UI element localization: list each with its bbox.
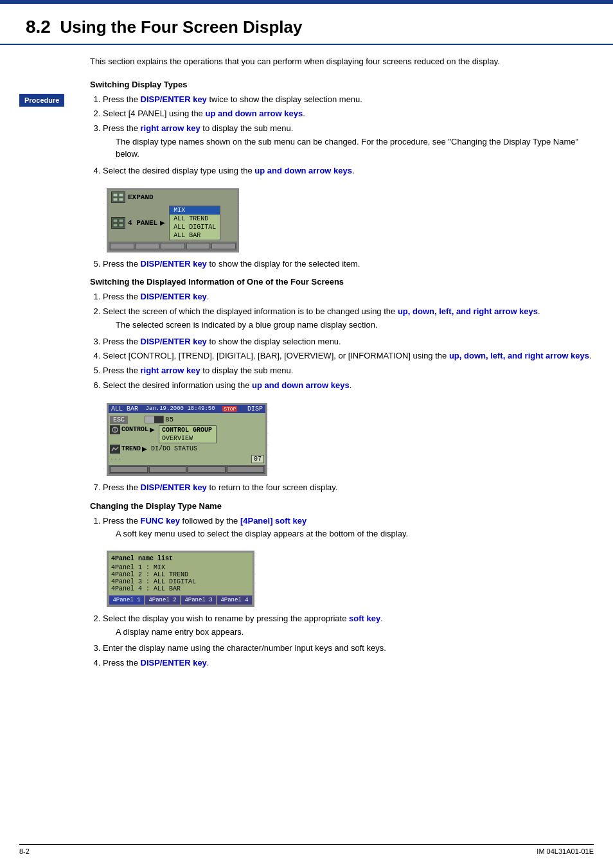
left-sidebar: Procedure [19,55,84,675]
step-1: Press the DISP/ENTER key twice to show t… [103,93,594,107]
key-right-3: right arrow key [141,123,200,133]
screen2-disp: DISP [247,405,263,412]
page-footer: 8-2 IM 04L31A01-01E [19,844,594,855]
key-4panel-c1: [4Panel] soft key [240,516,306,526]
tab-4panel-3[interactable]: 4Panel 3 [181,595,217,605]
menu-all-bar: ALL BAR [170,231,220,240]
svg-rect-3 [119,198,123,201]
key-func-c1: FUNC key [141,516,180,526]
info-step-2: Select the screen of which the displayed… [103,305,594,331]
change-step-2: Select the display you wish to rename by… [103,612,594,638]
svg-rect-2 [113,198,118,201]
screen2-datetime: Jan.19.2000 18:49:50 [146,405,215,412]
screen2-dashes: --- [110,456,121,463]
screen1-frame: ·· ·· ·· [103,188,243,252]
key-disp-enter-i1: DISP/ENTER key [141,292,207,301]
menu-mix: MIX [170,206,220,215]
info-step-1: Press the DISP/ENTER key. [103,290,594,304]
footer-page-num: 8-2 [19,847,30,855]
expand-label: EXPAND [128,193,154,201]
screen2-ctrl-arrow: ▶ [150,426,155,433]
switching-info-steps: Press the DISP/ENTER key. Select the scr… [103,290,594,392]
footer-doc-id: IM 04L31A01-01E [537,847,594,855]
key-disp-enter-c4: DISP/ENTER key [141,658,207,668]
screen3: 4Panel name list 4Panel 1 : MIX 4Panel 2… [107,551,254,607]
header-section: 8.2 Using the Four Screen Display [0,4,613,45]
section-title: Using the Four Screen Display [60,17,302,37]
screen2-trend-sub: DI/DO STATUS [151,445,197,452]
changing-display-title: Changing the Display Type Name [90,501,594,511]
screen3-frame: ·· ·· ·· 4Panel name list 4Panel 1 : MIX… [103,551,258,607]
change-step-4: Press the DISP/ENTER key. [103,657,594,670]
svg-rect-1 [119,193,123,197]
section-number: 8.2 [26,17,51,37]
changing-display-section: Changing the Display Type Name Press the… [90,501,594,670]
svg-rect-5 [119,219,123,222]
change-step-1: Press the FUNC key followed by the [4Pan… [103,515,594,540]
note-3: The display type names shown on the sub … [116,136,594,161]
note-i2: The selected screen is indicated by a bl… [116,319,594,332]
screen2-trend-arrow: ▶ [142,445,147,452]
key-arrows-i6: up and down arrow keys [252,380,350,390]
change-step-3: Enter the display name using the charact… [103,642,594,655]
intro-text: This section explains the operations tha… [90,55,594,68]
menu-all-digital: ALL DIGITAL [170,223,220,231]
switching-info-title: Switching the Displayed Information of O… [90,277,594,287]
step-4: Select the desired display type using th… [103,164,594,178]
screen3-row-3: 4Panel 3 : ALL DIGITAL [111,578,250,585]
screen2-esc: ESC [110,416,128,424]
screen2: ALL BAR Jan.19.2000 18:49:50 STOP DISP E… [107,403,267,476]
screen2-header: ALL BAR [111,405,138,412]
screen2-trend-label: TREND [121,445,141,452]
info-step-4: Select [CONTROL], [TREND], [DIGITAL], [B… [103,350,594,363]
switching-display-steps: Press the DISP/ENTER key twice to show t… [103,93,594,178]
page-container: 8.2 Using the Four Screen Display Proced… [0,0,613,868]
tab-4panel-4[interactable]: 4Panel 4 [217,595,253,605]
key-right-i5: right arrow key [141,366,200,375]
screen2-menu-control-group: CONTROL GROUP [159,426,216,434]
screen2-frame: ·· ·· ·· ALL BAR Jan.19.2000 18:49:50 ST… [103,403,271,476]
switching-display-title: Switching Display Types [90,80,594,89]
changing-display-steps-cont: Select the display you wish to rename by… [103,612,594,670]
key-arrows-i2: up, down, left, and right arrow keys [398,306,538,316]
menu-all-trend: ALL TREND [170,215,220,223]
screen1: EXPAND [107,188,239,252]
key-arrow-2: up and down arrow keys [205,109,303,118]
screen3-title: 4Panel name list [111,555,250,562]
step-5: Press the DISP/ENTER key to show the dis… [103,258,594,271]
screen2-value: 85 [165,416,173,423]
svg-rect-0 [113,193,118,197]
panel-arrow: ▶ [160,219,165,226]
info-step-6: Select the desired information using the… [103,379,594,393]
key-softkey-c2: soft key [349,614,380,623]
switching-info-section: Switching the Displayed Information of O… [90,277,594,494]
switching-info-steps-cont: Press the DISP/ENTER key to return to th… [103,481,594,495]
svg-rect-7 [119,224,123,227]
info-step-7: Press the DISP/ENTER key to return to th… [103,481,594,495]
key-disp-enter-i7: DISP/ENTER key [141,483,207,492]
content-area: Procedure This section explains the oper… [0,55,613,688]
screen3-row-2: 4Panel 2 : ALL TREND [111,571,250,578]
key-arrow-4: up and down arrow keys [254,166,352,175]
note-c2: A display name entry box appears. [116,626,594,639]
screen2-menu-overview: OVERVIEW [159,434,216,443]
key-arrows-i4: up, down, left, and right arrow keys [449,351,589,360]
tab-4panel-2[interactable]: 4Panel 2 [145,595,181,605]
screen2-stop: STOP [222,406,237,412]
screen3-row-1: 4Panel 1 : MIX [111,564,250,571]
step-3: Press the right arrow key to display the… [103,122,594,161]
switching-display-section: Switching Display Types Press the DISP/E… [90,80,594,271]
main-content: This section explains the operations tha… [84,55,594,675]
key-disp-enter-i3: DISP/ENTER key [141,337,207,346]
svg-rect-4 [113,219,118,222]
switching-display-steps-cont: Press the DISP/ENTER key to show the dis… [103,258,594,271]
step-2: Select [4 PANEL] using the up and down a… [103,107,594,121]
screen2-bottom-val: 07 [251,455,264,463]
tab-4panel-1[interactable]: 4Panel 1 [109,595,145,605]
svg-rect-6 [113,224,118,227]
changing-display-steps: Press the FUNC key followed by the [4Pan… [103,515,594,540]
note-c1: A soft key menu used to select the displ… [116,527,594,540]
info-step-5: Press the right arrow key to display the… [103,364,594,378]
panel-label: 4 PANEL [128,219,157,227]
screen2-control-label: CONTROL [121,426,148,433]
